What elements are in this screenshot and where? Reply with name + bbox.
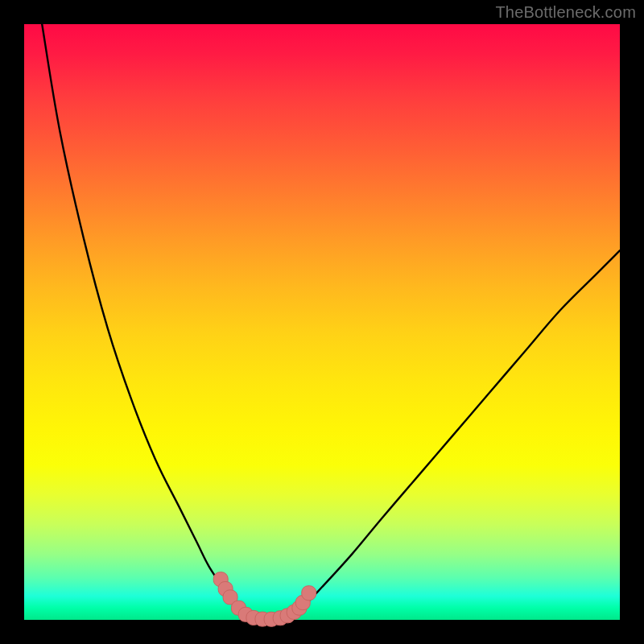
plot-area — [24, 24, 620, 620]
watermark-text: TheBottleneck.com — [495, 3, 636, 22]
bottleneck-curve — [42, 24, 620, 620]
chart-svg — [24, 24, 620, 620]
data-marker — [302, 586, 316, 601]
chart-frame: TheBottleneck.com — [0, 0, 644, 644]
marker-layer — [213, 572, 316, 627]
